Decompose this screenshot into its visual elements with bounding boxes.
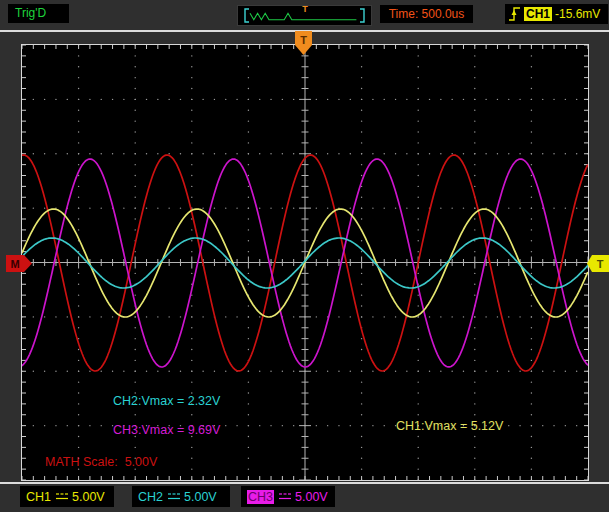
trigger-readout[interactable]: CH1 -15.6mV xyxy=(505,4,608,24)
measurement-ch3-vmax: CH3:Vmax = 9.69V xyxy=(113,423,220,437)
trigger-position-preview[interactable]: T xyxy=(237,5,372,26)
channel-box-ch1[interactable]: CH1 5.00V xyxy=(20,486,114,507)
trigger-position-marker[interactable]: T xyxy=(295,31,312,55)
ch3-label: CH3 xyxy=(247,490,274,504)
trigger-position-marker-mini[interactable]: T xyxy=(298,4,312,14)
math-marker-letter: M xyxy=(10,258,19,270)
trigger-status-badge: Trig'D xyxy=(8,4,69,23)
measurement-ch1-vmax: CH1:Vmax = 5.12V xyxy=(396,419,503,433)
graticule-and-traces xyxy=(22,45,588,480)
math-scale-readout: MATH Scale: 5.00V xyxy=(45,455,157,469)
dc-coupling-icon xyxy=(167,492,180,501)
measurement-ch2-vmax: CH2:Vmax = 2.32V xyxy=(113,394,220,408)
channel-box-ch2[interactable]: CH2 5.00V xyxy=(132,486,230,507)
trigger-level-marker[interactable]: T xyxy=(587,255,609,272)
ch1-label: CH1 xyxy=(26,490,51,504)
channel-box-ch3[interactable]: CH3 5.00V xyxy=(241,486,335,507)
bottom-separator xyxy=(0,482,609,484)
trigger-level-letter: T xyxy=(597,258,604,270)
trigger-position-letter: T xyxy=(300,34,307,46)
rising-edge-trigger-icon xyxy=(508,5,521,23)
dc-coupling-icon xyxy=(55,492,68,501)
preview-left-bracket-icon xyxy=(245,9,249,22)
preview-right-bracket-icon xyxy=(360,9,364,22)
ch3-scale-value: 5.00V xyxy=(295,490,328,504)
dc-coupling-icon xyxy=(278,492,291,501)
timebase-readout[interactable]: Time: 500.0us xyxy=(380,5,473,23)
ch2-label: CH2 xyxy=(138,490,163,504)
ch2-scale-value: 5.00V xyxy=(184,490,217,504)
trigger-level-value: -15.6mV xyxy=(555,7,600,21)
waveform-display: CH2:Vmax = 2.32V CH3:Vmax = 9.69V CH1:Vm… xyxy=(21,44,589,481)
math-position-marker[interactable]: M xyxy=(6,255,32,272)
trigger-source-badge: CH1 xyxy=(524,7,552,21)
ch1-scale-value: 5.00V xyxy=(72,490,105,504)
